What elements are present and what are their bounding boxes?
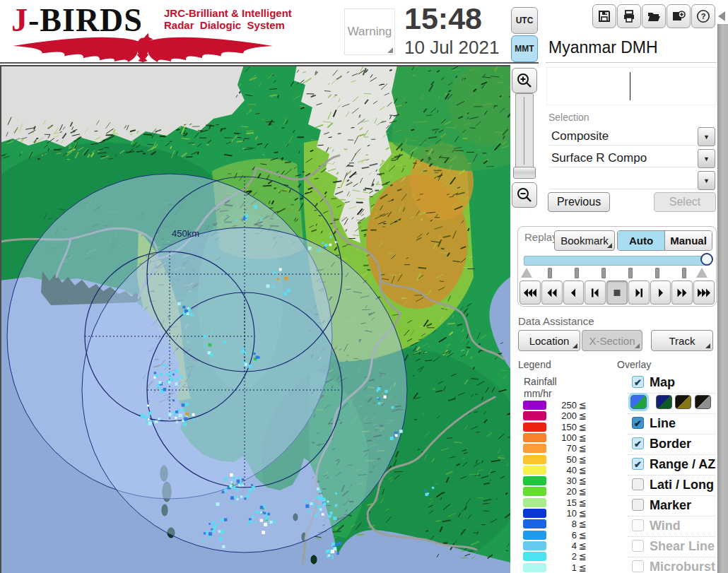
radar-map-canvas[interactable]: 450km: [0, 65, 510, 573]
legend-entry: 70≦: [523, 443, 615, 454]
replay-slider-thumb[interactable]: [700, 253, 713, 266]
legend-entry: 40≦: [523, 465, 615, 475]
warning-button[interactable]: Warning: [344, 8, 395, 55]
legend-entry: 10≦: [523, 508, 615, 519]
map-style-swatch-3[interactable]: [675, 395, 691, 409]
add-image-button[interactable]: [667, 4, 691, 28]
option-dropdown-value: [549, 172, 696, 189]
mmt-button[interactable]: MMT: [511, 35, 538, 62]
legend-entry: 20≦: [523, 486, 615, 497]
stop-button[interactable]: [606, 280, 628, 305]
legend-color-swatch: [523, 541, 546, 550]
play-reverse-button[interactable]: [563, 280, 585, 305]
overlay-item-microburst[interactable]: Microburst: [628, 557, 715, 573]
select-button[interactable]: Select: [654, 192, 716, 212]
legend-value: 200: [548, 410, 577, 421]
slider-end-marker[interactable]: [696, 268, 708, 278]
clock-date: 10 Jul 2021: [404, 37, 524, 59]
legend-entry: 200≦: [523, 410, 615, 421]
product-dropdown[interactable]: Surface R Compo ▼: [548, 148, 715, 168]
legend-entry: 50≦: [523, 454, 615, 465]
x-section-button[interactable]: X-Section: [582, 330, 642, 351]
composite-dropdown-button[interactable]: ▼: [698, 127, 715, 146]
legend-value: 150: [548, 422, 577, 432]
checkbox[interactable]: [632, 417, 644, 429]
step-back-button[interactable]: [585, 280, 606, 305]
overlay-item-wind[interactable]: Wind: [628, 516, 715, 537]
map-zoom-out-button[interactable]: [512, 182, 537, 208]
legend-color-swatch: [523, 552, 546, 561]
map-zoom-in-button[interactable]: [512, 68, 537, 93]
replay-group: Replay Bookmark Auto Manual: [517, 226, 717, 307]
map-style-swatch-2[interactable]: [656, 395, 672, 409]
stop-icon: [610, 288, 624, 297]
forward-fast-button[interactable]: [693, 280, 715, 305]
overlay-item-shear-line[interactable]: Shear Line: [628, 536, 715, 557]
product-dropdown-button[interactable]: ▼: [698, 149, 715, 168]
slider-tick: [682, 268, 686, 278]
slider-tick: [548, 268, 552, 278]
overlay-item-border[interactable]: Border: [628, 434, 715, 455]
print-icon: [622, 9, 636, 23]
help-button[interactable]: ?: [691, 4, 715, 28]
checkbox[interactable]: [632, 437, 644, 449]
legend-color-swatch: [523, 433, 546, 442]
rewind-fast-button[interactable]: [519, 280, 541, 305]
panel-splitter[interactable]: [717, 24, 728, 573]
auto-mode-button[interactable]: Auto: [618, 231, 665, 250]
option-dropdown-button[interactable]: ▼: [698, 171, 715, 190]
overlay-item-label: Line: [650, 416, 676, 431]
status-strip: [546, 67, 717, 105]
legend-color-swatch: [523, 498, 546, 507]
legend-compare-symbol: ≦: [579, 508, 587, 519]
legend-compare-symbol: ≦: [579, 422, 587, 432]
legend-value: 8: [548, 519, 577, 529]
checkbox[interactable]: [632, 376, 644, 388]
legend-color-swatch: [523, 531, 546, 540]
overlay-item-map[interactable]: Map: [628, 372, 715, 394]
checkbox[interactable]: [632, 458, 644, 470]
legend-entry: 8≦: [523, 519, 615, 529]
map-style-swatch-4[interactable]: [695, 395, 711, 409]
print-button[interactable]: [617, 4, 641, 28]
option-dropdown[interactable]: ▼: [548, 170, 715, 190]
track-button[interactable]: Track: [651, 330, 713, 351]
overlay-item-label: Marker: [650, 498, 691, 513]
open-folder-button[interactable]: [642, 4, 666, 28]
composite-dropdown[interactable]: Composite ▼: [548, 126, 715, 146]
open-folder-icon: [647, 9, 661, 23]
previous-button[interactable]: Previous: [548, 192, 610, 212]
legend-value: 100: [548, 432, 577, 443]
manual-mode-button[interactable]: Manual: [665, 231, 712, 250]
map-zoom-slider-thumb[interactable]: [513, 167, 536, 179]
slider-start-marker[interactable]: [521, 268, 532, 278]
legend-title: Rainfallmm/hr: [524, 376, 557, 400]
legend-color-swatch: [523, 476, 546, 485]
play-icon: [654, 288, 668, 297]
collapse-panel-icon[interactable]: [718, 11, 725, 21]
checkbox[interactable]: [632, 478, 644, 490]
time-cursor: [630, 72, 630, 100]
legend-color-swatch: [523, 455, 546, 464]
bookmark-button[interactable]: Bookmark: [554, 230, 615, 251]
step-forward-button[interactable]: [628, 280, 650, 305]
map-style-swatch-1[interactable]: [630, 395, 647, 409]
forward-button[interactable]: [671, 280, 693, 305]
jbirds-window: J-BIRDS JRC-Brilliant & Intelligent Rada…: [0, 0, 728, 573]
replay-timeline-slider[interactable]: [524, 256, 710, 266]
map-zoom-slider[interactable]: [515, 93, 534, 168]
checkbox: [632, 540, 644, 552]
overlay-item-lati-long[interactable]: Lati / Long: [628, 475, 715, 496]
rewind-button[interactable]: [541, 280, 563, 305]
location-button[interactable]: Location: [518, 330, 580, 351]
checkbox[interactable]: [632, 499, 644, 511]
utc-button[interactable]: UTC: [511, 7, 538, 34]
overlay-item-marker[interactable]: Marker: [628, 495, 715, 516]
save-button[interactable]: [592, 4, 616, 28]
slider-tick: [575, 268, 579, 278]
overlay-item-range-az[interactable]: Range / AZ: [628, 454, 715, 475]
play-button[interactable]: [650, 280, 671, 305]
legend-compare-symbol: ≦: [579, 432, 587, 443]
overlay-item-line[interactable]: Line: [628, 413, 715, 435]
legend-color-swatch: [523, 487, 546, 496]
